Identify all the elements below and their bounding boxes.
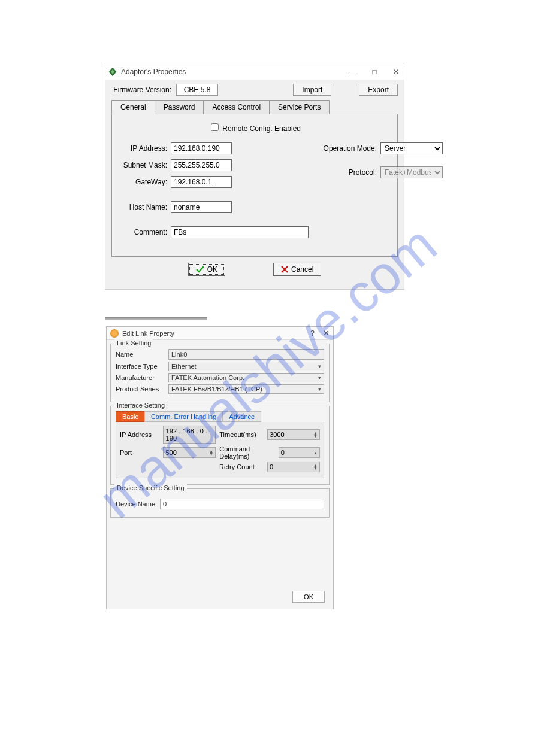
- timeout-label: Timeout(ms): [219, 431, 267, 438]
- ok-button[interactable]: OK: [188, 263, 225, 276]
- ip-address-value: 192 . 168 . 0 . 190: [165, 427, 213, 442]
- product-series-value: FATEK FBs/B1/B1z/HB1 (TCP): [171, 385, 318, 393]
- ip-address-label: IP Address: [120, 431, 163, 438]
- spinner-arrows-icon: ▲▼: [209, 450, 213, 456]
- chevron-down-icon: ▾: [318, 386, 321, 392]
- port-value: 500: [165, 449, 209, 456]
- name-input[interactable]: [168, 349, 324, 360]
- ip-address-label: IP Address:: [120, 144, 167, 153]
- link-setting-title: Link Setting: [114, 339, 153, 347]
- close-button[interactable]: ✕: [323, 329, 330, 338]
- manufacturer-value: FATEK Automation Corp.: [171, 374, 318, 381]
- adaptor-properties-dialog: Adaptor's Properties — □ ✕ Firmware Vers…: [105, 63, 404, 290]
- gateway-label: GateWay:: [120, 178, 167, 186]
- firmware-version-value: CBE 5.8: [176, 84, 218, 96]
- title-text: Adaptor's Properties: [121, 68, 347, 76]
- subnet-mask-label: Subnet Mask:: [120, 161, 167, 169]
- title-text: Edit Link Property: [122, 330, 310, 337]
- interface-type-label: Interface Type: [116, 363, 168, 370]
- chevron-down-icon: ▾: [318, 363, 321, 369]
- ok-button[interactable]: OK: [292, 591, 325, 603]
- subnet-mask-input[interactable]: [171, 159, 232, 171]
- product-series-select[interactable]: FATEK FBs/B1/B1z/HB1 (TCP) ▾: [168, 384, 324, 394]
- retry-count-label: Retry Count: [219, 463, 267, 470]
- basic-tab-content: IP Address 192 . 168 . 0 . 190 Timeout(m…: [116, 422, 324, 478]
- close-button[interactable]: ✕: [391, 66, 401, 77]
- interface-setting-group: Interface Setting Basic Comm. Error Hand…: [110, 406, 330, 485]
- ok-button-label: OK: [207, 265, 217, 274]
- manufacturer-label: Manufacturer: [116, 374, 168, 381]
- tab-general[interactable]: General: [111, 100, 155, 114]
- port-input[interactable]: 500 ▲▼: [163, 447, 216, 458]
- cancel-button[interactable]: Cancel: [273, 263, 321, 276]
- remote-config-checkbox[interactable]: [211, 123, 219, 131]
- comment-input[interactable]: [171, 226, 309, 238]
- ip-address-input[interactable]: [171, 142, 232, 154]
- app-icon: [108, 67, 117, 77]
- timeout-input[interactable]: 3000 ▲▼: [267, 429, 320, 440]
- chevron-down-icon: ▾: [318, 375, 321, 381]
- command-delay-input[interactable]: 0 ▲: [279, 447, 320, 458]
- link-setting-group: Link Setting Name Interface Type Etherne…: [110, 344, 330, 402]
- export-button[interactable]: Export: [359, 84, 398, 96]
- spinner-arrows-icon: ▲▼: [313, 432, 318, 438]
- manufacturer-select[interactable]: FATEK Automation Corp. ▾: [168, 373, 324, 382]
- device-specific-setting-group: Device Specific Setting Device Name: [110, 488, 330, 518]
- minimize-button[interactable]: —: [347, 66, 358, 77]
- titlebar: Adaptor's Properties — □ ✕: [105, 63, 404, 80]
- tab-access-control[interactable]: Access Control: [203, 100, 270, 114]
- interface-setting-title: Interface Setting: [114, 402, 167, 409]
- port-label: Port: [120, 449, 163, 456]
- spinner-arrows-icon: ▲: [313, 451, 318, 454]
- edit-link-property-dialog: Edit Link Property ? ✕ Link Setting Name…: [106, 326, 334, 609]
- protocol-select: Fatek+Modbus: [380, 166, 443, 178]
- retry-count-input[interactable]: 0 ▲▼: [267, 462, 320, 472]
- cancel-button-label: Cancel: [291, 265, 313, 274]
- tab-password[interactable]: Password: [155, 100, 204, 114]
- host-name-input[interactable]: [171, 201, 232, 213]
- comment-label: Comment:: [120, 228, 167, 236]
- tab-advance[interactable]: Advance: [222, 411, 261, 422]
- tabstrip: General Password Access Control Service …: [111, 99, 398, 114]
- cancel-x-icon: [281, 266, 288, 273]
- ok-check-icon: [196, 266, 204, 273]
- command-delay-label: Command Delay(ms): [219, 445, 278, 460]
- host-name-label: Host Name:: [120, 203, 167, 211]
- device-name-input[interactable]: [160, 499, 324, 509]
- tab-service-ports[interactable]: Service Ports: [269, 100, 330, 114]
- firmware-version-label: Firmware Version:: [111, 86, 171, 94]
- operation-mode-label: Operation Mode:: [319, 144, 377, 153]
- tab-comm-error-handling[interactable]: Comm. Error Handling: [144, 411, 223, 422]
- gateway-input[interactable]: [171, 176, 232, 188]
- command-delay-value: 0: [281, 449, 313, 456]
- remote-config-text: Remote Config. Enabled: [222, 125, 301, 133]
- spinner-arrows-icon: ▲▼: [313, 464, 318, 470]
- operation-mode-select[interactable]: Server: [380, 142, 443, 154]
- tab-basic[interactable]: Basic: [116, 411, 145, 422]
- spacer: [110, 521, 330, 587]
- maximize-button[interactable]: □: [369, 66, 380, 77]
- interface-type-value: Ethernet: [171, 363, 318, 370]
- timeout-value: 3000: [270, 431, 313, 438]
- section-divider: [105, 317, 207, 320]
- retry-count-value: 0: [270, 463, 313, 470]
- app-icon: [110, 329, 119, 338]
- interface-type-select[interactable]: Ethernet ▾: [168, 362, 324, 371]
- import-button[interactable]: Import: [293, 84, 331, 96]
- titlebar: Edit Link Property ? ✕: [107, 327, 333, 340]
- help-button[interactable]: ?: [310, 329, 315, 338]
- product-series-label: Product Series: [116, 385, 168, 393]
- remote-config-checkbox-label[interactable]: Remote Config. Enabled: [208, 125, 301, 133]
- device-name-label: Device Name: [116, 500, 160, 508]
- tab-general-content: Remote Config. Enabled IP Address: Subne…: [111, 114, 398, 257]
- device-specific-setting-title: Device Specific Setting: [114, 484, 187, 491]
- name-label: Name: [116, 351, 168, 358]
- ip-address-input[interactable]: 192 . 168 . 0 . 190: [163, 426, 216, 444]
- protocol-label: Protocol:: [319, 168, 377, 177]
